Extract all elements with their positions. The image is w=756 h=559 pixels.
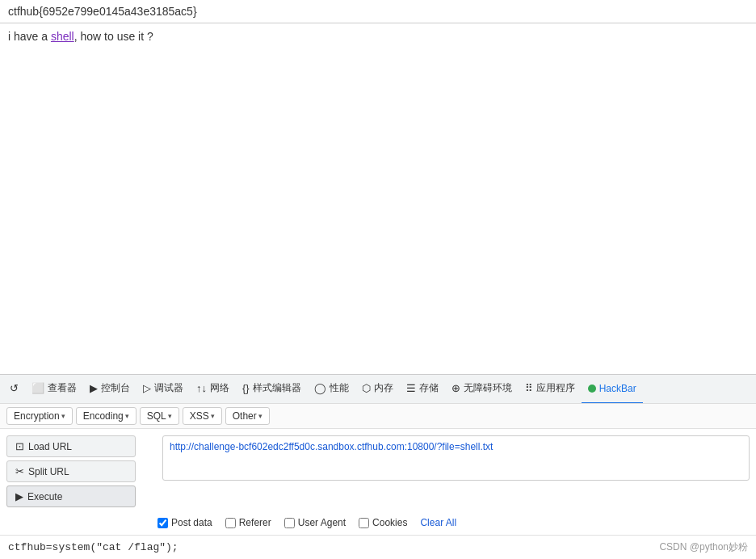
tab-apps[interactable]: ⠿ 应用程序 (519, 375, 582, 404)
hackbar-status-icon (588, 385, 596, 393)
page-title: ctfhub{6952e799e0145a43e3185ac5} (8, 5, 197, 18)
encoding-button[interactable]: Encoding ▾ (76, 407, 136, 425)
bottom-input-bar: CSDN @python妙粉 (0, 535, 756, 559)
other-caret-icon: ▾ (258, 412, 262, 420)
tab-apps-label: 应用程序 (536, 381, 575, 395)
other-label: Other (233, 410, 257, 422)
devtools-bar: ↺ ⬜ 查看器 ▶ 控制台 ▷ 调试器 ↑↓ 网络 {} 样式编辑器 ◯ 性 (0, 374, 756, 559)
tab-storage[interactable]: ☰ 存储 (400, 375, 445, 404)
tab-accessibility-label: 无障碍环境 (464, 381, 512, 395)
hackbar-checkboxes: Post data Referer User Agent Cookies Cle… (0, 514, 756, 535)
tab-network[interactable]: ↑↓ 网络 (190, 375, 236, 404)
url-input[interactable]: http://challenge-bcf602edc2ff5d0c.sandbo… (162, 435, 750, 481)
cookies-checkbox-label[interactable]: Cookies (359, 517, 407, 528)
split-url-label: Split URL (28, 466, 69, 477)
xss-button[interactable]: XSS ▾ (183, 407, 222, 425)
encoding-label: Encoding (83, 410, 124, 422)
user-agent-checkbox-label[interactable]: User Agent (284, 517, 346, 528)
tab-memory-label: 内存 (374, 381, 393, 395)
network-icon: ↑↓ (196, 382, 207, 394)
tab-debugger-label: 调试器 (154, 381, 183, 395)
hackbar-panel: Encryption ▾ Encoding ▾ SQL ▾ XSS ▾ Othe… (0, 404, 756, 535)
tab-storage-label: 存储 (419, 381, 439, 395)
command-input[interactable] (8, 541, 659, 553)
shell-link[interactable]: shell (51, 30, 74, 43)
tab-performance[interactable]: ◯ 性能 (308, 375, 355, 404)
post-data-checkbox-label[interactable]: Post data (158, 517, 212, 528)
tab-inspector-label: 查看器 (48, 381, 77, 395)
tab-debugger[interactable]: ▷ 调试器 (136, 375, 190, 404)
main-content: i have a shell, how to use it ? (0, 23, 756, 374)
tab-inspector[interactable]: ⬜ 查看器 (25, 375, 83, 404)
execute-icon: ▶ (15, 490, 23, 502)
xss-label: XSS (190, 410, 209, 422)
load-url-button[interactable]: ⊡ Load URL (6, 435, 136, 457)
load-url-label: Load URL (28, 441, 72, 452)
encryption-label: Encryption (14, 410, 60, 422)
storage-icon: ☰ (406, 382, 416, 394)
performance-icon: ◯ (314, 382, 326, 394)
console-icon: ▶ (90, 382, 98, 394)
user-agent-label: User Agent (298, 517, 346, 528)
style-editor-icon: {} (242, 382, 250, 394)
refresh-icon: ↺ (10, 382, 19, 394)
post-data-label: Post data (171, 517, 212, 528)
split-url-icon: ✂ (15, 465, 24, 477)
load-url-icon: ⊡ (15, 440, 24, 452)
sql-label: SQL (147, 410, 166, 422)
hackbar-actions: ⊡ Load URL ✂ Split URL ▶ Execute (6, 435, 156, 507)
tab-network-label: 网络 (210, 381, 229, 395)
apps-icon: ⠿ (525, 382, 533, 394)
execute-label: Execute (27, 491, 62, 502)
post-data-checkbox[interactable] (158, 518, 168, 528)
debugger-icon: ▷ (143, 382, 151, 394)
hackbar-url-area: http://challenge-bcf602edc2ff5d0c.sandbo… (162, 435, 750, 483)
tab-style-editor[interactable]: {} 样式编辑器 (236, 375, 308, 404)
execute-button[interactable]: ▶ Execute (6, 485, 136, 507)
tab-hackbar[interactable]: HackBar (582, 375, 643, 404)
title-bar: ctfhub{6952e799e0145a43e3185ac5} (0, 0, 756, 23)
tab-style-editor-label: 样式编辑器 (253, 381, 301, 395)
encoding-caret-icon: ▾ (125, 412, 129, 420)
cookies-checkbox[interactable] (359, 518, 369, 528)
sql-button[interactable]: SQL ▾ (140, 407, 179, 425)
tab-console[interactable]: ▶ 控制台 (83, 375, 136, 404)
memory-icon: ⬡ (362, 382, 371, 394)
hackbar-main: ⊡ Load URL ✂ Split URL ▶ Execute http://… (0, 429, 756, 514)
tab-performance-label: 性能 (330, 381, 349, 395)
split-url-button[interactable]: ✂ Split URL (6, 460, 136, 482)
hackbar-toolbar: Encryption ▾ Encoding ▾ SQL ▾ XSS ▾ Othe… (0, 404, 756, 429)
tab-bar: ↺ ⬜ 查看器 ▶ 控制台 ▷ 调试器 ↑↓ 网络 {} 样式编辑器 ◯ 性 (0, 375, 756, 404)
referer-checkbox-label[interactable]: Referer (225, 517, 271, 528)
tab-refresh[interactable]: ↺ (3, 375, 25, 404)
cookies-label: Cookies (372, 517, 407, 528)
tab-console-label: 控制台 (101, 381, 130, 395)
encryption-button[interactable]: Encryption ▾ (6, 407, 73, 425)
referer-label: Referer (239, 517, 271, 528)
tab-accessibility[interactable]: ⊕ 无障碍环境 (445, 375, 519, 404)
shell-description: i have a shell, how to use it ? (8, 30, 748, 43)
clear-all-button[interactable]: Clear All (420, 517, 456, 528)
accessibility-icon: ⊕ (452, 382, 460, 394)
other-button[interactable]: Other ▾ (225, 407, 270, 425)
clear-all-label: Clear All (420, 517, 456, 528)
tab-memory[interactable]: ⬡ 内存 (355, 375, 400, 404)
watermark: CSDN @python妙粉 (659, 540, 748, 554)
inspector-icon: ⬜ (32, 382, 44, 394)
user-agent-checkbox[interactable] (284, 518, 295, 528)
encryption-caret-icon: ▾ (61, 412, 65, 420)
referer-checkbox[interactable] (225, 518, 236, 528)
sql-caret-icon: ▾ (168, 412, 172, 420)
tab-hackbar-label: HackBar (599, 383, 636, 394)
xss-caret-icon: ▾ (211, 412, 215, 420)
